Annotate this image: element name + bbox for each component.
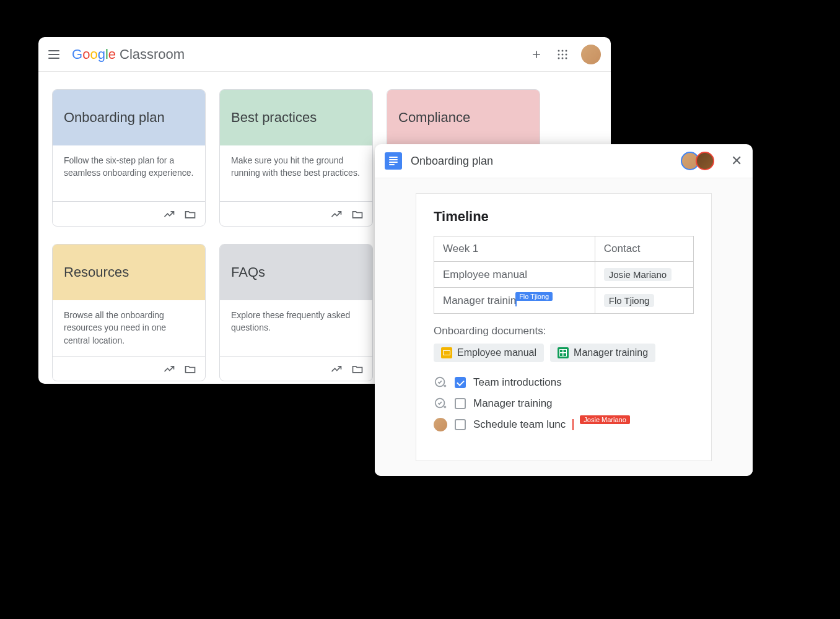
svg-point-10 (566, 57, 567, 59)
folder-icon[interactable] (184, 208, 196, 220)
collab-cursor-label: Josie Mariano (580, 415, 629, 424)
onboarding-documents-label: Onboarding documents: (434, 325, 694, 337)
docs-page[interactable]: Timeline Week 1 Contact Employee manual … (416, 193, 712, 461)
checkbox[interactable] (455, 377, 466, 388)
task-cell: Employee manual (443, 269, 527, 280)
add-check-icon[interactable] (434, 376, 447, 389)
table-row: Employee manual Josie Mariano (434, 262, 694, 288)
checkbox[interactable] (455, 419, 466, 430)
folder-icon[interactable] (351, 208, 364, 220)
google-docs-icon (385, 152, 402, 170)
checklist: Team introductions Manager training Sche… (434, 376, 694, 431)
table-header-contact: Contact (595, 236, 693, 262)
card-desc: Follow the six-step plan for a seamless … (64, 154, 194, 180)
svg-point-4 (566, 50, 567, 51)
svg-point-7 (566, 53, 567, 55)
contact-chip[interactable]: Flo Tjiong (604, 294, 655, 307)
class-card-best-practices[interactable]: Best practices Make sure you hit the gro… (219, 89, 373, 227)
svg-point-2 (558, 50, 560, 51)
google-logo: Google Classroom (72, 46, 185, 63)
timeline-table: Week 1 Contact Employee manual Josie Mar… (434, 236, 694, 314)
table-row: Manager traininFlo Tjiong Flo Tjiong (434, 288, 694, 314)
doc-chip-slides[interactable]: Employee manual (434, 344, 544, 362)
table-header-week: Week 1 (434, 236, 595, 262)
card-title: Best practices (231, 110, 317, 126)
svg-point-3 (562, 50, 564, 51)
card-title: Compliance (398, 110, 470, 126)
trending-icon[interactable] (163, 363, 175, 375)
hamburger-menu-icon[interactable] (48, 47, 63, 62)
trending-icon[interactable] (330, 363, 343, 375)
task-cell: Manager trainin (443, 295, 516, 306)
checklist-label: Team introductions (473, 376, 562, 389)
checklist-item: Manager training (434, 397, 694, 410)
classroom-header: Google Classroom (38, 37, 611, 72)
class-card-faqs[interactable]: FAQs Explore these frequently asked ques… (219, 244, 373, 381)
user-avatar[interactable] (581, 45, 601, 64)
card-title: Resources (64, 264, 129, 280)
svg-point-9 (562, 57, 564, 59)
chip-label: Manager training (574, 347, 648, 358)
docs-window: Onboarding plan ✕ Timeline Week 1 Contac… (375, 144, 753, 476)
folder-icon[interactable] (351, 363, 364, 375)
checklist-label: Schedule team lunc (473, 418, 566, 431)
card-title: FAQs (231, 264, 265, 280)
trending-icon[interactable] (163, 208, 175, 220)
doc-chip-sheets[interactable]: Manager training (550, 344, 655, 362)
collab-cursor-icon (572, 419, 574, 430)
timeline-heading: Timeline (434, 209, 694, 225)
add-check-icon[interactable] (434, 397, 447, 410)
svg-point-5 (558, 53, 560, 55)
card-desc: Explore these frequently asked questions… (231, 309, 361, 334)
sheets-icon (558, 347, 569, 358)
class-card-resources[interactable]: Resources Browse all the onboarding reso… (52, 244, 206, 381)
apps-grid-icon[interactable] (555, 47, 570, 62)
slides-icon (441, 347, 452, 358)
docs-header: Onboarding plan ✕ (375, 144, 753, 178)
trending-icon[interactable] (330, 208, 343, 220)
collaborator-avatar[interactable] (696, 152, 714, 170)
docs-title: Onboarding plan (411, 155, 493, 168)
svg-point-8 (558, 57, 560, 59)
create-plus-icon[interactable] (529, 47, 544, 62)
user-avatar-icon (434, 418, 447, 431)
card-desc: Make sure you hit the ground running wit… (231, 154, 361, 180)
app-title: Classroom (120, 46, 185, 63)
folder-icon[interactable] (184, 363, 196, 375)
checklist-item: Schedule team luncJosie Mariano (434, 418, 694, 431)
chip-label: Employee manual (457, 347, 536, 358)
collaborator-avatars[interactable] (685, 152, 714, 170)
close-icon[interactable]: ✕ (730, 155, 743, 167)
document-chips: Employee manual Manager training (434, 344, 694, 362)
card-desc: Browse all the onboarding resources you … (64, 309, 194, 347)
svg-point-6 (562, 53, 564, 55)
checkbox[interactable] (455, 398, 466, 409)
card-title: Onboarding plan (64, 110, 165, 126)
contact-chip[interactable]: Josie Mariano (604, 268, 672, 281)
checklist-item: Team introductions (434, 376, 694, 389)
docs-body: Timeline Week 1 Contact Employee manual … (375, 178, 753, 476)
class-card-onboarding-plan[interactable]: Onboarding plan Follow the six-step plan… (52, 89, 206, 227)
collab-cursor-label: Flo Tjiong (515, 292, 553, 301)
checklist-label: Manager training (473, 397, 553, 410)
